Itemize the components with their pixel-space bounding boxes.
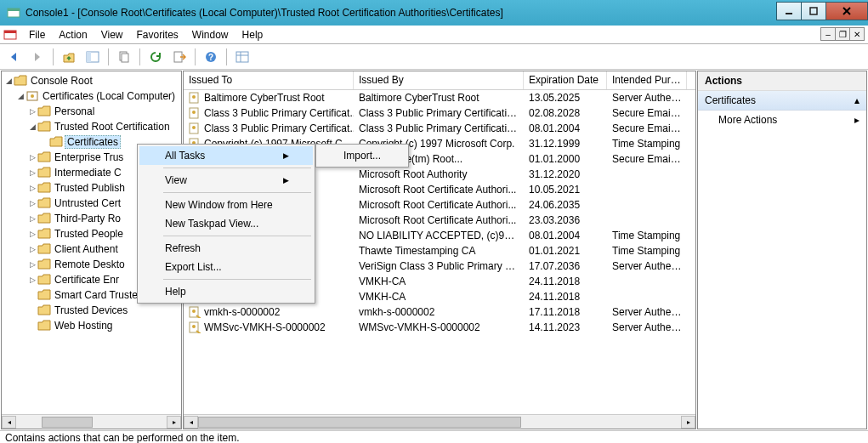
menu-action[interactable]: Action: [52, 27, 94, 43]
table-row[interactable]: Class 3 Public Primary Certificat...Clas…: [184, 105, 695, 121]
tree-root[interactable]: Console Root: [29, 75, 94, 87]
tree-twister-icon[interactable]: ▷: [27, 199, 37, 207]
copy-button[interactable]: [114, 47, 134, 67]
tree-twister-icon[interactable]: ◢: [3, 77, 14, 85]
maximize-button[interactable]: [801, 2, 826, 20]
cell-issued-by: Microsoft Root Certificate Authori...: [354, 184, 524, 196]
menu-favorites[interactable]: Favorites: [130, 27, 185, 43]
cell-issued-to: Baltimore CyberTrust Root: [184, 92, 354, 104]
table-row[interactable]: WMSvc-VMKH-S-0000002WMSvc-VMKH-S-0000002…: [184, 320, 695, 335]
tree-item-third-party[interactable]: Third-Party Ro: [53, 213, 122, 224]
ctx-view[interactable]: View▶: [139, 171, 313, 190]
tree-item-trusted-publish[interactable]: Trusted Publish: [53, 182, 127, 194]
tree-item-personal[interactable]: Personal: [53, 105, 96, 117]
tree-twister-icon[interactable]: ◢: [15, 92, 26, 100]
actions-header: Actions: [698, 71, 866, 91]
minimize-button[interactable]: [776, 2, 802, 20]
tree-twister-icon[interactable]: ◢: [27, 122, 37, 131]
tree-twister-icon[interactable]: ▷: [27, 107, 37, 116]
ctx-refresh[interactable]: Refresh: [139, 239, 313, 258]
certificate-icon: [189, 107, 201, 119]
menu-file[interactable]: File: [22, 27, 52, 43]
ctx-new-taskpad[interactable]: New Taskpad View...: [139, 214, 313, 233]
scroll-left-icon[interactable]: ◂: [2, 416, 16, 429]
scroll-right-icon[interactable]: ▸: [681, 416, 695, 429]
close-button[interactable]: [825, 2, 868, 20]
svg-rect-11: [122, 54, 128, 62]
view-options-button[interactable]: [232, 47, 252, 67]
mdi-minimize-button[interactable]: –: [820, 27, 836, 41]
ctx-new-window[interactable]: New Window from Here: [139, 196, 313, 214]
tree-twister-icon[interactable]: ▷: [27, 153, 37, 162]
tree-twister-icon[interactable]: ▷: [27, 214, 37, 223]
menu-window[interactable]: Window: [185, 27, 235, 43]
folder-icon: [37, 258, 51, 271]
svg-point-23: [192, 111, 196, 114]
table-row[interactable]: Baltimore CyberTrust RootBaltimore Cyber…: [184, 90, 695, 105]
table-row[interactable]: vmkh-s-0000002vmkh-s-000000217.11.2018Se…: [184, 304, 695, 320]
mdi-close-button[interactable]: ✕: [849, 27, 865, 41]
tree-twister-icon[interactable]: ▷: [27, 230, 37, 238]
tree-twister-icon[interactable]: ▷: [27, 260, 37, 269]
col-expiration[interactable]: Expiration Date: [524, 71, 607, 89]
tree-item-intermediate[interactable]: Intermediate C: [53, 167, 123, 179]
tree-item-untrusted[interactable]: Untrusted Cert: [53, 197, 122, 209]
tree-item-enterprise[interactable]: Enterprise Trus: [53, 151, 125, 163]
cell-expiration: 24.11.2018: [524, 275, 607, 287]
list-hscrollbar[interactable]: ◂ ▸: [184, 414, 695, 429]
tree-twister-icon[interactable]: ▷: [27, 275, 37, 284]
col-purpose[interactable]: Intended Purpo: [607, 71, 687, 89]
tree-item-trusted-people[interactable]: Trusted People: [53, 228, 125, 240]
cell-issued-to: Class 3 Public Primary Certificat...: [184, 107, 354, 119]
ctx-all-tasks[interactable]: All Tasks▶: [139, 146, 313, 165]
tree-item-web-hosting[interactable]: Web Hosting: [53, 320, 114, 332]
cell-issued-by: VMKH-CA: [354, 275, 524, 287]
cell-expiration: 01.01.2021: [524, 245, 607, 257]
cell-purpose: Server Authenti: [607, 92, 687, 104]
cell-issued-by: NO LIABILITY ACCEPTED, (c)97 V...: [354, 230, 524, 241]
tree-item-trusted-devices[interactable]: Trusted Devices: [53, 304, 129, 316]
actions-subheader[interactable]: Certificates ▴: [698, 91, 866, 111]
cell-issued-by: VMKH-CA: [354, 291, 524, 303]
cell-expiration: 02.08.2028: [524, 107, 607, 119]
tree-item-client-auth[interactable]: Client Authent: [53, 243, 120, 255]
table-row[interactable]: Class 3 Public Primary Certificat...Clas…: [184, 121, 695, 136]
nav-forward-button[interactable]: [27, 47, 48, 67]
tree-twister-icon[interactable]: ▷: [27, 245, 37, 253]
show-hide-tree-button[interactable]: [82, 47, 103, 67]
mdi-restore-button[interactable]: ❐: [835, 27, 850, 41]
tree-item-cert-enroll[interactable]: Certificate Enr: [53, 274, 121, 286]
toolbar: ?: [0, 44, 868, 70]
folder-icon: [37, 166, 51, 179]
window-title: Console1 - [Console Root\Certificates (L…: [26, 7, 777, 19]
scroll-left-icon[interactable]: ◂: [184, 416, 198, 429]
cell-purpose: Server Authenti: [607, 306, 687, 318]
export-list-button[interactable]: [169, 47, 190, 67]
actions-more[interactable]: More Actions ▸: [698, 111, 866, 129]
tree-item-remote-desktop[interactable]: Remote Deskto: [53, 258, 127, 270]
menu-help[interactable]: Help: [235, 27, 270, 43]
refresh-button[interactable]: [145, 47, 166, 67]
cell-expiration: 10.05.2021: [524, 184, 607, 196]
scroll-right-icon[interactable]: ▸: [167, 416, 181, 429]
col-issued-by[interactable]: Issued By: [354, 71, 524, 89]
ctx-export-list[interactable]: Export List...: [139, 258, 313, 276]
up-one-level-button[interactable]: [59, 47, 79, 67]
cell-issued-by: Microsoft Root Authority: [354, 168, 524, 180]
cell-purpose: Time Stamping: [607, 245, 687, 257]
tree-twister-icon[interactable]: ▷: [27, 184, 37, 192]
col-issued-to[interactable]: Issued To: [184, 71, 354, 89]
tree-item-trusted-root[interactable]: Trusted Root Certification: [53, 121, 172, 133]
ctx-help[interactable]: Help: [139, 282, 313, 301]
actions-more-label: More Actions: [718, 114, 777, 126]
svg-text:?: ?: [208, 53, 213, 62]
certificate-icon: [189, 321, 201, 333]
help-button[interactable]: ?: [201, 47, 221, 67]
tree-hscrollbar[interactable]: ◂ ▸: [2, 414, 181, 429]
tree-twister-icon[interactable]: ▷: [27, 168, 37, 177]
nav-back-button[interactable]: [3, 47, 24, 67]
tree-item-certificates[interactable]: Certificates: [65, 135, 121, 149]
menu-view[interactable]: View: [94, 27, 130, 43]
ctx-import[interactable]: Import...: [318, 146, 406, 165]
tree-certs-root[interactable]: Certificates (Local Computer): [41, 90, 177, 102]
